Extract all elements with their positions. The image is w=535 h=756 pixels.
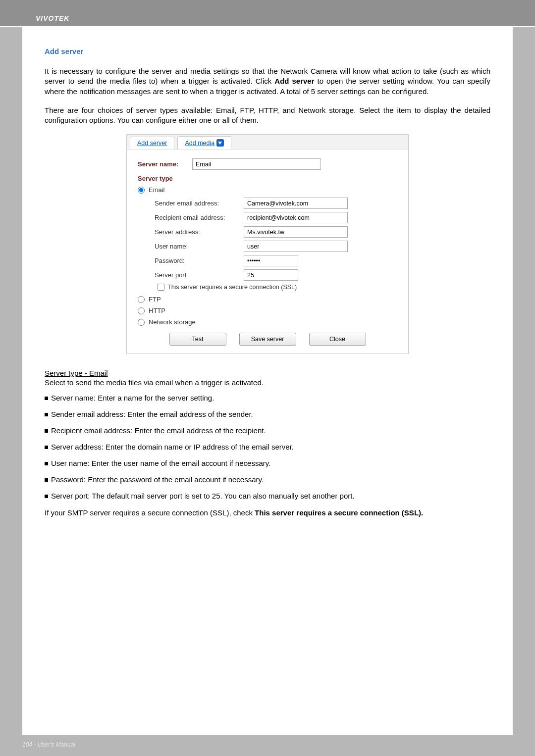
password-input[interactable]: [244, 255, 298, 266]
ssl-checkbox[interactable]: [158, 284, 164, 291]
dropdown-icon: [216, 139, 224, 147]
username-label: User name:: [138, 243, 244, 250]
server-address-label: Server address:: [138, 228, 244, 236]
radio-email[interactable]: [138, 187, 145, 194]
server-type-label: Server type: [138, 175, 397, 182]
bullet-text: Server name: Enter a name for the server…: [51, 394, 214, 402]
list-item: Recipient email address: Enter the email…: [45, 426, 490, 435]
radio-http[interactable]: [138, 307, 145, 314]
radio-ftp[interactable]: [138, 296, 145, 303]
bullet-text: Server address: Enter the domain name or…: [51, 443, 294, 451]
square-bullet-icon: [45, 429, 48, 433]
closing-paragraph: If your SMTP server requires a secure co…: [45, 508, 490, 518]
bullet-text: User name: Enter the user name of the em…: [51, 459, 270, 467]
bullet-text: Recipient email address: Enter the email…: [51, 426, 266, 435]
bullet-list: Server name: Enter a name for the server…: [45, 394, 490, 500]
brand-logo: VIVOTEK: [36, 14, 69, 22]
recipient-label: Recipient email address:: [138, 214, 244, 221]
tab-add-media[interactable]: Add media: [177, 136, 231, 149]
list-item: Server name: Enter a name for the server…: [45, 394, 490, 402]
close-button[interactable]: Close: [309, 333, 366, 346]
p1-bold: Add server: [274, 77, 314, 85]
radio-ftp-label: FTP: [149, 296, 161, 303]
radio-network-storage[interactable]: [138, 319, 145, 326]
page-content: Add server It is necessary to configure …: [22, 27, 513, 735]
email-intro: Select to send the media files via email…: [45, 378, 490, 387]
list-item: Password: Enter the password of the emai…: [45, 475, 490, 484]
test-button[interactable]: Test: [169, 333, 226, 346]
panel-tabs: Add server Add media: [127, 135, 408, 150]
bullet-text: Sender email address: Enter the email ad…: [51, 410, 253, 418]
square-bullet-icon: [45, 413, 48, 416]
save-server-button[interactable]: Save server: [239, 333, 296, 346]
radio-email-label: Email: [149, 186, 165, 194]
panel-body: Server name: Server type Email Sender em…: [127, 150, 408, 353]
list-item: Sender email address: Enter the email ad…: [45, 410, 490, 418]
password-label: Password:: [138, 257, 244, 264]
square-bullet-icon: [45, 462, 48, 465]
username-input[interactable]: [244, 241, 348, 252]
server-name-input[interactable]: [192, 158, 321, 170]
closing-a: If your SMTP server requires a secure co…: [45, 508, 255, 517]
header-band: VIVOTEK: [0, 0, 535, 27]
square-bullet-icon: [45, 446, 48, 449]
radio-network-label: Network storage: [149, 318, 196, 326]
port-label: Server port: [138, 271, 244, 279]
square-bullet-icon: [45, 495, 48, 498]
email-fields: Sender email address: Recipient email ad…: [138, 198, 397, 291]
list-item: Server port: The default mail server por…: [45, 492, 490, 500]
square-bullet-icon: [45, 478, 48, 482]
recipient-input[interactable]: [244, 212, 348, 223]
sender-input[interactable]: [244, 198, 348, 209]
closing-b: This server requires a secure connection…: [255, 508, 423, 517]
ssl-label: This server requires a secure connection…: [167, 284, 297, 291]
sender-label: Sender email address:: [138, 200, 244, 207]
list-item: User name: Enter the user name of the em…: [45, 459, 490, 467]
bullet-text: Password: Enter the password of the emai…: [51, 475, 264, 484]
tab-add-server-label: Add server: [137, 140, 167, 147]
paragraph-1: It is necessary to configure the server …: [45, 66, 490, 97]
port-input[interactable]: [244, 269, 298, 281]
radio-http-label: HTTP: [149, 307, 165, 314]
server-config-panel: Add server Add media Server name: Server…: [126, 134, 409, 354]
email-subheading: Server type - Email: [45, 369, 490, 377]
server-name-label: Server name:: [138, 160, 192, 168]
tab-add-media-label: Add media: [185, 140, 214, 147]
tab-add-server[interactable]: Add server: [130, 137, 174, 149]
bullet-text: Server port: The default mail server por…: [51, 492, 355, 500]
list-item: Server address: Enter the domain name or…: [45, 443, 490, 451]
server-address-input[interactable]: [244, 226, 348, 238]
section-title: Add server: [45, 47, 490, 55]
square-bullet-icon: [45, 397, 48, 400]
paragraph-2: There are four choices of server types a…: [45, 105, 490, 126]
page-footer: 104 - User's Manual: [22, 741, 75, 748]
